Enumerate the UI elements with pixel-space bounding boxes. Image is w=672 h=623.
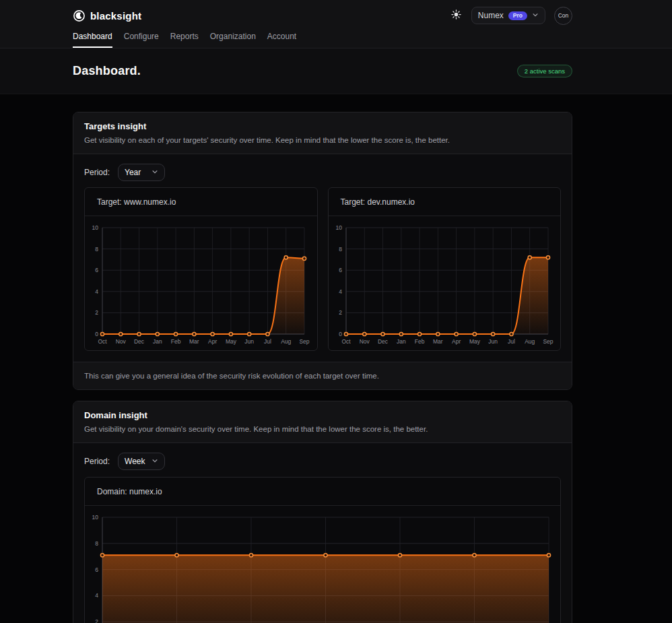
svg-text:Feb: Feb xyxy=(171,338,181,345)
domain-card-title: Domain insight xyxy=(84,410,561,420)
svg-text:Oct: Oct xyxy=(98,338,107,345)
page-title: Dashboard. xyxy=(73,64,141,78)
domain-panel: Domain: numex.io 0246810 xyxy=(84,477,561,623)
svg-text:8: 8 xyxy=(95,246,98,253)
targets-insight-card: Targets insight Get visibility on each o… xyxy=(73,112,572,390)
svg-text:Dec: Dec xyxy=(134,338,145,345)
svg-text:10: 10 xyxy=(92,224,99,231)
domain-card-body: Period: Week Domain: numex.io 0246810 xyxy=(73,443,572,623)
chevron-down-icon xyxy=(152,168,158,177)
svg-text:2: 2 xyxy=(339,309,342,316)
workspace-select[interactable]: Numex Pro xyxy=(471,7,545,24)
domain-card-description: Get visibility on your domain's security… xyxy=(84,425,561,433)
svg-text:Sep: Sep xyxy=(299,338,309,345)
avatar[interactable]: Con xyxy=(554,7,572,25)
target-panel-www: Target: www.numex.io 0246810OctNovDecJan… xyxy=(84,187,318,351)
svg-text:Mar: Mar xyxy=(433,338,443,345)
svg-text:May: May xyxy=(226,338,237,345)
topbar-actions: Numex Pro Con xyxy=(450,7,572,25)
topbar: blacksight Numex xyxy=(0,0,672,48)
svg-text:Apr: Apr xyxy=(452,338,461,345)
svg-text:Jul: Jul xyxy=(508,338,515,345)
brand-name: blacksight xyxy=(90,10,141,22)
active-scans-badge: 2 active scans xyxy=(517,65,572,77)
period-select-week[interactable]: Week xyxy=(118,453,165,470)
svg-text:Jun: Jun xyxy=(244,338,254,345)
svg-text:Apr: Apr xyxy=(208,338,217,345)
svg-text:Nov: Nov xyxy=(359,338,370,345)
domain-insight-card: Domain insight Get visibility on your do… xyxy=(73,401,572,623)
page-header: Dashboard. 2 active scans xyxy=(0,48,672,94)
svg-text:Jan: Jan xyxy=(396,338,405,345)
svg-text:2: 2 xyxy=(95,618,98,623)
svg-text:2: 2 xyxy=(95,309,98,316)
svg-text:Feb: Feb xyxy=(414,338,424,345)
brand: blacksight xyxy=(73,9,141,22)
brand-logo-icon xyxy=(73,9,86,22)
svg-text:6: 6 xyxy=(95,267,98,273)
sun-icon xyxy=(451,9,461,22)
svg-text:May: May xyxy=(469,338,480,345)
svg-text:Nov: Nov xyxy=(116,338,127,345)
svg-text:6: 6 xyxy=(95,566,98,573)
targets-card-body: Period: Year Target: www.numex.io 024681… xyxy=(73,154,572,362)
svg-text:8: 8 xyxy=(95,540,98,547)
domain-panel-title: Domain: numex.io xyxy=(85,478,560,506)
targets-card-description: Get visibility on each of your targets' … xyxy=(84,136,561,144)
targets-card-footer: This can give you a general idea of the … xyxy=(73,362,572,389)
svg-text:Oct: Oct xyxy=(341,338,351,345)
target-panel-dev: Target: dev.numex.io 0246810OctNovDecJan… xyxy=(328,187,562,351)
main-content: Targets insight Get visibility on each o… xyxy=(0,94,672,623)
domain-card-header: Domain insight Get visibility on your do… xyxy=(73,401,572,443)
svg-text:Jun: Jun xyxy=(488,338,498,345)
target-panel-www-title: Target: www.numex.io xyxy=(85,188,317,216)
tab-dashboard[interactable]: Dashboard xyxy=(73,32,112,48)
tab-reports[interactable]: Reports xyxy=(170,32,199,48)
main-nav: Dashboard Configure Reports Organization… xyxy=(73,32,572,48)
chevron-down-icon xyxy=(532,11,539,20)
tab-account[interactable]: Account xyxy=(267,32,296,48)
target-panel-dev-title: Target: dev.numex.io xyxy=(329,188,561,216)
targets-card-header: Targets insight Get visibility on each o… xyxy=(73,112,572,154)
period-select-value: Year xyxy=(125,168,141,177)
svg-text:4: 4 xyxy=(95,288,98,295)
svg-text:Jul: Jul xyxy=(264,338,271,345)
svg-text:Dec: Dec xyxy=(377,338,388,345)
svg-text:6: 6 xyxy=(339,267,342,273)
tab-organization[interactable]: Organization xyxy=(210,32,256,48)
period-select-year[interactable]: Year xyxy=(118,164,165,181)
target-chart-www: 0246810OctNovDecJanFebMarAprMayJunJulAug… xyxy=(85,218,316,350)
svg-text:0: 0 xyxy=(339,331,342,337)
svg-text:10: 10 xyxy=(92,514,99,521)
svg-text:8: 8 xyxy=(339,246,342,253)
workspace-name: Numex xyxy=(478,11,504,20)
tab-configure[interactable]: Configure xyxy=(124,32,159,48)
svg-text:10: 10 xyxy=(335,224,342,231)
workspace-plan-badge: Pro xyxy=(508,11,527,20)
period-label: Period: xyxy=(84,168,110,177)
domain-chart: 0246810 xyxy=(85,508,560,623)
chevron-down-icon xyxy=(152,457,158,466)
avatar-initials: Con xyxy=(558,12,569,19)
svg-text:0: 0 xyxy=(95,331,98,337)
period-select-value: Week xyxy=(125,457,145,466)
svg-text:Sep: Sep xyxy=(543,338,553,345)
target-chart-dev: 0246810OctNovDecJanFebMarAprMayJunJulAug… xyxy=(329,218,560,350)
svg-text:Mar: Mar xyxy=(189,338,199,345)
svg-text:4: 4 xyxy=(95,592,98,599)
theme-toggle-button[interactable] xyxy=(450,8,463,23)
svg-text:Jan: Jan xyxy=(153,338,162,345)
svg-text:4: 4 xyxy=(339,288,342,295)
svg-text:Aug: Aug xyxy=(281,338,291,345)
targets-card-title: Targets insight xyxy=(84,121,561,131)
period-label: Period: xyxy=(84,457,110,466)
svg-text:Aug: Aug xyxy=(525,338,535,345)
